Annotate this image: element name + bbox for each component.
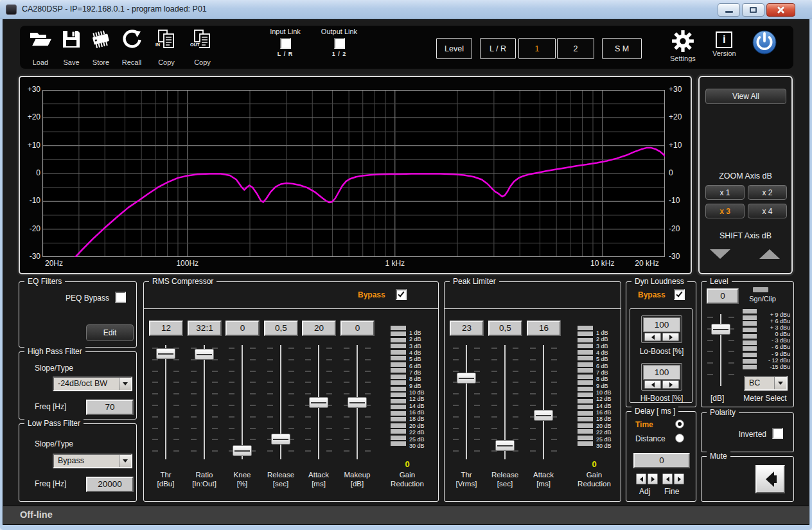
output-link-checkbox[interactable] [334, 38, 345, 49]
slider-thumb[interactable] [495, 440, 515, 451]
scale-label: + 9 dBu [759, 312, 790, 318]
channel-sm-button[interactable]: S M [602, 38, 642, 59]
hi-boost-increment-button[interactable] [662, 380, 679, 389]
view-all-button[interactable]: View All [705, 89, 786, 104]
compressor-release-value[interactable]: 0,5 [264, 321, 298, 336]
lo-boost-value[interactable]: 100 [643, 317, 680, 332]
compressor-bypass-checkbox[interactable] [396, 289, 407, 300]
compressor-gr-value: 0 [388, 459, 427, 469]
lo-boost-increment-button[interactable] [662, 333, 679, 341]
compressor-thr-value[interactable]: 12 [149, 321, 183, 336]
save-button[interactable]: Save [55, 29, 88, 66]
channel-1-button[interactable]: 1 [518, 38, 556, 59]
hpf-dropdown-arrow-icon[interactable] [119, 378, 131, 390]
copy-in-button[interactable]: IN Copy [150, 29, 183, 66]
load-button[interactable]: Load [24, 29, 57, 66]
compressor-attack-slider[interactable] [304, 344, 333, 461]
limiter-release-slider[interactable] [491, 344, 519, 461]
compressor-ratio-slider[interactable] [190, 344, 218, 461]
compressor-makeup-value[interactable]: 0 [340, 321, 375, 336]
status-bar: Off-line [3, 505, 809, 524]
meter-select-arrow-icon[interactable] [774, 377, 786, 389]
lpf-title: Low Pass Filter [24, 419, 84, 428]
lpf-dropdown-arrow-icon[interactable] [119, 455, 131, 467]
mute-button[interactable] [755, 465, 785, 493]
slider-thumb[interactable] [457, 373, 476, 384]
loudness-bypass-checkbox[interactable] [674, 289, 685, 300]
compressor-release-slider[interactable] [267, 344, 295, 461]
channel-lr-button[interactable]: L / R [480, 38, 516, 59]
channel-level-button[interactable]: Level [436, 38, 472, 59]
slider-thumb[interactable] [271, 434, 290, 445]
delay-title: Delay [ ms ] [631, 407, 678, 416]
compressor-knee-label: Knee[%] [223, 470, 261, 488]
channel-2-button[interactable]: 2 [557, 38, 594, 59]
slider-thumb[interactable] [195, 349, 214, 360]
axis-zoom-panel: View All ZOOM Axis dB x 1 x 2 x 3 x 4 SH… [698, 76, 793, 274]
hi-boost-decrement-button[interactable] [644, 380, 661, 389]
caption-buttons [718, 3, 795, 17]
compressor-knee-value[interactable]: 0 [225, 321, 260, 336]
version-button[interactable]: i Version [712, 29, 736, 57]
shift-up-button[interactable] [759, 249, 780, 259]
maximize-button[interactable] [742, 3, 764, 17]
slider-thumb[interactable] [711, 324, 730, 335]
zoom-x1-button[interactable]: x 1 [705, 185, 745, 200]
input-link-checkbox[interactable] [280, 38, 291, 49]
minimize-button[interactable] [718, 3, 740, 17]
limiter-attack-slider[interactable] [529, 344, 558, 461]
delay-adj-increment-button[interactable] [648, 473, 658, 484]
peq-bypass-checkbox[interactable] [115, 292, 126, 303]
zoom-x2-button[interactable]: x 2 [748, 185, 787, 200]
limiter-thr-value[interactable]: 23 [450, 321, 484, 336]
close-button[interactable] [766, 3, 795, 17]
slider-thumb[interactable] [233, 445, 252, 456]
limiter-attack-value[interactable]: 16 [527, 321, 561, 336]
slider-thumb[interactable] [534, 410, 553, 421]
hpf-freq-value[interactable]: 70 [86, 400, 134, 415]
slider-thumb[interactable] [348, 397, 367, 408]
eq-edit-button[interactable]: Edit [86, 324, 134, 341]
compressor-makeup-slider[interactable] [343, 344, 371, 461]
copy-out-button[interactable]: OUT Copy [186, 29, 219, 66]
delay-distance-radio[interactable] [675, 434, 684, 443]
app-window: CA280DSP - IP=192.168.0.1 - program load… [0, 0, 812, 530]
recall-button[interactable]: Recall [115, 29, 148, 66]
compressor-knee-slider[interactable] [228, 344, 256, 461]
settings-button[interactable]: Settings [670, 29, 696, 62]
limiter-release-value[interactable]: 0,5 [488, 321, 522, 336]
delay-value[interactable]: 0 [633, 453, 690, 468]
scale-label: - 3 dBu [759, 337, 790, 344]
store-button[interactable]: Store [84, 29, 118, 66]
lo-boost-decrement-button[interactable] [644, 333, 661, 341]
slider-thumb[interactable] [309, 397, 328, 408]
compressor-gr-label: GainReduction [388, 470, 427, 488]
hpf-slope-dropdown[interactable]: -24dB/oct BW [53, 376, 132, 391]
delay-fine-decrement-button[interactable] [662, 473, 673, 484]
delay-time-radio[interactable] [675, 420, 684, 428]
compressor-thr-slider[interactable] [152, 344, 180, 461]
shift-down-arrow-icon [710, 249, 730, 259]
limiter-gr-value: 0 [575, 459, 613, 469]
polarity-group: Polarity Inverted [701, 412, 794, 452]
hpf-freq-label: Freq [Hz] [35, 402, 66, 411]
compressor-attack-value[interactable]: 20 [302, 321, 336, 336]
meter-select-dropdown[interactable]: BC [744, 376, 788, 391]
delay-adj-decrement-button[interactable] [636, 473, 646, 484]
hi-boost-value[interactable]: 100 [643, 365, 680, 380]
output-link-sub: 1 / 2 [332, 51, 347, 57]
inverted-checkbox[interactable] [772, 428, 783, 439]
zoom-x3-button[interactable]: x 3 [705, 204, 745, 218]
power-button[interactable] [751, 29, 778, 56]
compressor-ratio-value[interactable]: 32:1 [188, 321, 222, 336]
level-value[interactable]: 0 [707, 288, 739, 304]
limiter-thr-slider[interactable] [452, 344, 481, 461]
level-slider[interactable] [707, 313, 735, 387]
zoom-x4-button[interactable]: x 4 [748, 204, 787, 218]
shift-down-button[interactable] [710, 249, 730, 259]
frequency-response-panel: +30+20+100-10-20-30 +30+20+100-10-20-30 … [19, 76, 692, 274]
lpf-freq-value[interactable]: 20000 [86, 477, 134, 492]
lpf-slope-dropdown[interactable]: Bypass [53, 454, 132, 468]
slider-thumb[interactable] [156, 348, 175, 359]
delay-fine-increment-button[interactable] [674, 473, 684, 484]
